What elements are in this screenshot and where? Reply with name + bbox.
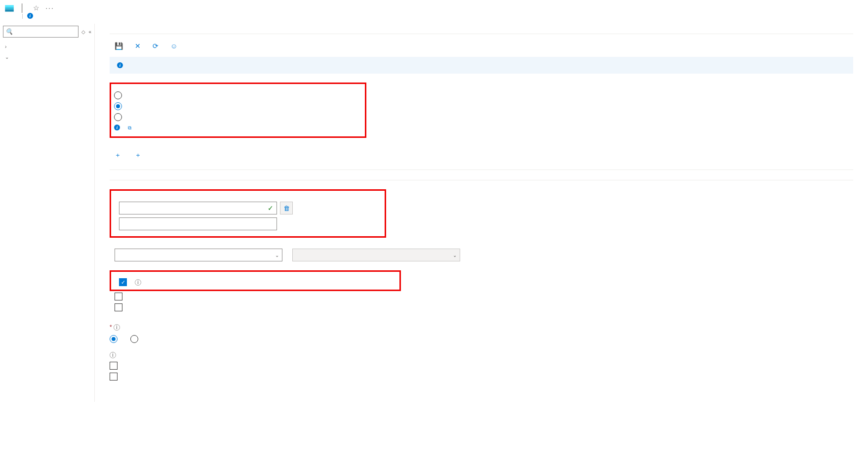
plus-icon: ＋ — [115, 151, 121, 160]
routing-pref-label: * i — [110, 322, 853, 333]
favorite-star-icon[interactable]: ☆ — [33, 4, 39, 12]
vnet-empty-row — [110, 170, 853, 180]
resource-type-label: | i — [18, 13, 868, 19]
search-icon: 🔍 — [5, 28, 13, 35]
expand-icon[interactable]: ◇ — [81, 29, 85, 35]
info-icon: i — [114, 125, 120, 130]
help-icon[interactable]: i — [114, 324, 120, 331]
plus-icon: ＋ — [135, 151, 141, 160]
exception-storage-logging[interactable] — [110, 291, 853, 302]
exception-trusted-services[interactable]: i — [114, 277, 395, 288]
tab-bar — [110, 24, 853, 34]
save-button[interactable]: 💾 — [115, 42, 126, 50]
address-range-label — [114, 197, 380, 201]
highlight-box-firewall: ✓ 🗑 — [110, 189, 386, 238]
svg-rect-1 — [5, 7, 14, 9]
highlight-box-exceptions: i — [110, 270, 401, 291]
main-content: 💾 ✕ ⟳ ☺ i i — [95, 24, 868, 402]
sidebar-search-input[interactable]: 🔍 — [3, 26, 79, 38]
storage-account-icon — [4, 3, 15, 14]
routing-pref-microsoft[interactable] — [110, 334, 121, 344]
instance-name-select: ⌄ — [292, 249, 460, 261]
help-icon[interactable]: i — [110, 352, 116, 358]
routing-pref-internet[interactable] — [130, 334, 142, 344]
refresh-icon: ⟳ — [153, 42, 158, 50]
discard-icon: ✕ — [135, 42, 141, 50]
valid-check-icon: ✓ — [268, 204, 274, 212]
svg-rect-2 — [5, 9, 14, 11]
sidebar-group-security-networking[interactable]: ⌄ — [0, 52, 94, 62]
vnet-table-header — [110, 164, 853, 170]
pna-hint: i — [114, 123, 360, 132]
chevron-down-icon: ⌄ — [275, 253, 279, 258]
info-icon: i — [117, 62, 123, 68]
pna-option-selected-networks[interactable] — [114, 101, 360, 112]
pna-option-all-networks[interactable] — [114, 90, 360, 101]
resource-type-select[interactable]: ⌄ — [115, 249, 282, 261]
ip-address-input[interactable]: ✓ — [119, 202, 277, 214]
page-header: | ☆ ··· — [0, 0, 868, 14]
refresh-button[interactable]: ⟳ — [153, 42, 161, 50]
delete-ip-button[interactable]: 🗑 — [280, 202, 293, 214]
feedback-button[interactable]: ☺ — [170, 42, 180, 50]
pna-option-disabled[interactable] — [114, 112, 360, 123]
publish-internet-routing[interactable] — [110, 371, 853, 382]
command-bar: 💾 ✕ ⟳ ☺ — [110, 39, 853, 57]
sidebar-group-data-storage[interactable]: › — [0, 42, 94, 52]
info-banner: i — [110, 57, 853, 74]
publish-endpoints-label: i — [110, 349, 853, 360]
chevron-down-icon: ⌄ — [453, 253, 457, 258]
exception-storage-metrics[interactable] — [110, 302, 853, 313]
svg-rect-0 — [5, 5, 14, 7]
info-icon[interactable]: i — [27, 13, 33, 19]
feedback-icon: ☺ — [170, 42, 177, 50]
more-menu-icon[interactable]: ··· — [45, 4, 54, 12]
add-existing-vnet-button[interactable]: ＋ — [115, 151, 124, 160]
ip-address-placeholder-input[interactable] — [119, 217, 277, 230]
pna-learn-more-link[interactable] — [128, 124, 131, 131]
highlight-box-pna: i — [110, 83, 366, 138]
trash-icon: 🗑 — [283, 205, 290, 212]
save-icon: 💾 — [115, 42, 123, 50]
collapse-sidebar-icon[interactable]: « — [88, 29, 91, 35]
discard-button[interactable]: ✕ — [135, 42, 144, 50]
add-new-vnet-button[interactable]: ＋ — [135, 151, 144, 160]
sidebar: 🔍 ◇ « › ⌄ — [0, 24, 95, 402]
publish-microsoft-routing[interactable] — [110, 360, 853, 371]
help-icon[interactable]: i — [135, 279, 141, 286]
